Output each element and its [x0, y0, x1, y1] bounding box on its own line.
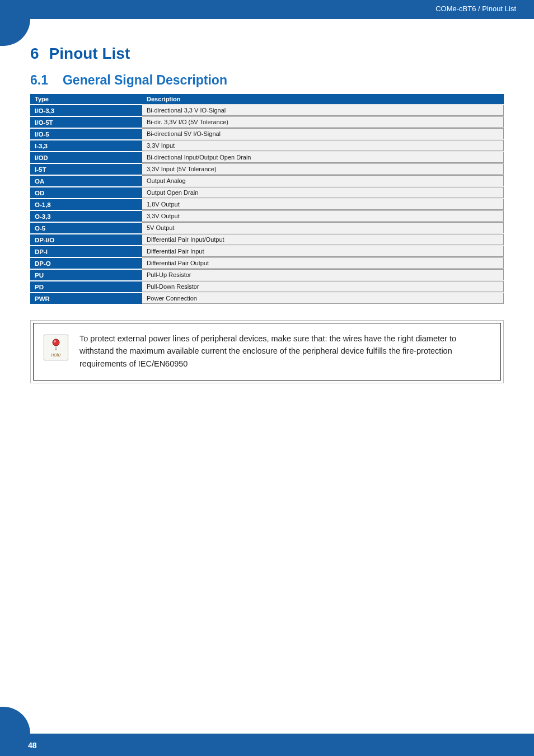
desc-cell: Output Open Drain [142, 187, 504, 198]
type-cell: I-5T [30, 163, 142, 175]
desc-cell: Differential Pair Output [142, 257, 504, 269]
type-cell: PWR [30, 293, 142, 304]
desc-cell: 1,8V Output [142, 199, 504, 210]
note-icon-label: note [51, 352, 61, 358]
table-row: PDPull-Down Resistor [30, 281, 504, 292]
type-cell: O-3,3 [30, 210, 142, 222]
desc-cell: Bi-dir. 3,3V I/O (5V Tolerance) [142, 116, 504, 128]
desc-cell: Bi-directional 3,3 V IO-Signal [142, 105, 504, 116]
type-cell: I/O-5 [30, 128, 142, 139]
breadcrumb: COMe-cBT6 / Pinout List [435, 4, 516, 13]
chapter-title-text: Pinout List [49, 45, 130, 62]
page-number: 48 [28, 741, 37, 750]
desc-cell: 3,3V Output [142, 210, 504, 222]
col-header-type: Type [30, 94, 142, 104]
desc-cell: 5V Output [142, 222, 504, 233]
table-row: PUPull-Up Resistor [30, 269, 504, 280]
table-row: PWRPower Connection [30, 293, 504, 304]
desc-cell: Output Analog [142, 175, 504, 186]
page-content: 6Pinout List 6.1General Signal Descripti… [0, 19, 534, 383]
type-cell: PU [30, 269, 142, 280]
section-number: 6.1 [30, 73, 48, 87]
type-cell: O-5 [30, 222, 142, 233]
type-cell: I-3,3 [30, 140, 142, 151]
table-row: I-3,33,3V Input [30, 140, 504, 151]
note-box: note To protect external power lines of … [30, 320, 504, 383]
desc-cell: Pull-Down Resistor [142, 281, 504, 292]
header-bar: COMe-cBT6 / Pinout List [0, 0, 534, 19]
note-text: To protect external power lines of perip… [79, 332, 490, 370]
table-row: I/O-3,3Bi-directional 3,3 V IO-Signal [30, 105, 504, 116]
footer-curve [0, 707, 30, 734]
desc-cell: 3,3V Input (5V Tolerance) [142, 163, 504, 175]
table-row: DP-ODifferential Pair Output [30, 257, 504, 269]
desc-cell: Bi-directional Input/Output Open Drain [142, 152, 504, 163]
table-row: DP-IDifferential Pair Input [30, 246, 504, 257]
section-heading: 6.1General Signal Description [30, 73, 504, 88]
note-icon: note [44, 335, 68, 360]
table-row: OAOutput Analog [30, 175, 504, 186]
note-inner: note To protect external power lines of … [33, 323, 501, 381]
type-cell: DP-O [30, 257, 142, 269]
table-row: I/ODBi-directional Input/Output Open Dra… [30, 152, 504, 163]
table-row: I-5T3,3V Input (5V Tolerance) [30, 163, 504, 175]
type-cell: O-1,8 [30, 199, 142, 210]
type-cell: OD [30, 187, 142, 198]
type-cell: PD [30, 281, 142, 292]
table-row: O-1,81,8V Output [30, 199, 504, 210]
type-cell: DP-I/O [30, 234, 142, 245]
svg-point-1 [54, 340, 56, 342]
chapter-number: 6 [30, 45, 39, 62]
table-row: ODOutput Open Drain [30, 187, 504, 198]
desc-cell: 3,3V Input [142, 140, 504, 151]
col-header-desc: Description [142, 94, 504, 104]
chapter-title: 6Pinout List [30, 45, 504, 63]
table-row: O-3,33,3V Output [30, 210, 504, 222]
desc-cell: Bi-directional 5V I/O-Signal [142, 128, 504, 139]
type-cell: I/O-5T [30, 116, 142, 128]
table-row: I/O-5TBi-dir. 3,3V I/O (5V Tolerance) [30, 116, 504, 128]
section-title-text: General Signal Description [63, 73, 227, 87]
type-cell: I/O-3,3 [30, 105, 142, 116]
desc-cell: Power Connection [142, 293, 504, 304]
table-row: DP-I/ODifferential Pair Input/Output [30, 234, 504, 245]
table-row: O-55V Output [30, 222, 504, 233]
footer-bar: 48 [0, 734, 534, 756]
table-header-row: Type Description [30, 94, 504, 104]
svg-point-0 [53, 339, 59, 346]
signal-table: Type Description I/O-3,3Bi-directional 3… [30, 93, 504, 304]
desc-cell: Differential Pair Input [142, 246, 504, 257]
type-cell: DP-I [30, 246, 142, 257]
type-cell: OA [30, 175, 142, 186]
desc-cell: Differential Pair Input/Output [142, 234, 504, 245]
desc-cell: Pull-Up Resistor [142, 269, 504, 280]
table-row: I/O-5Bi-directional 5V I/O-Signal [30, 128, 504, 139]
type-cell: I/OD [30, 152, 142, 163]
pushpin-icon [50, 338, 62, 351]
